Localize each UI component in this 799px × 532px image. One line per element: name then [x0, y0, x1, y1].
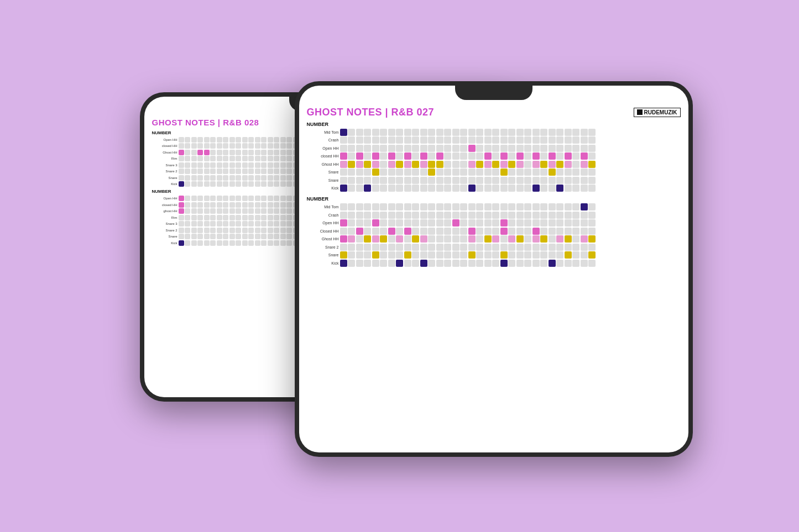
- cell: [420, 168, 427, 176]
- cell: [179, 181, 184, 187]
- cell: [556, 185, 563, 192]
- cell: [516, 260, 524, 267]
- cell: [229, 137, 235, 143]
- cell: [524, 177, 531, 184]
- cell: [280, 234, 286, 239]
- cell: [364, 212, 371, 219]
- cell: [404, 212, 411, 219]
- cell: [185, 202, 190, 208]
- cell: [372, 177, 379, 184]
- cell: [549, 129, 556, 136]
- cell: [524, 260, 531, 267]
- cell: [261, 137, 267, 143]
- cell: [404, 136, 411, 144]
- cell: [217, 228, 222, 233]
- cell: [468, 152, 476, 160]
- cell: [436, 235, 443, 243]
- cell: [532, 145, 540, 152]
- cell: [556, 228, 563, 235]
- cell: [356, 168, 363, 176]
- cell: [484, 177, 492, 184]
- row-label: Mid Tom: [307, 130, 339, 134]
- cell: [492, 235, 499, 243]
- cell: [372, 228, 379, 235]
- cell: [204, 156, 210, 161]
- cell: [581, 129, 588, 136]
- cell: [508, 228, 515, 235]
- cell: [191, 150, 197, 155]
- cell: [540, 161, 547, 168]
- cell: [191, 202, 197, 208]
- cell: [572, 177, 579, 184]
- cell: [372, 136, 379, 144]
- cell: [380, 177, 387, 184]
- cell: [217, 175, 222, 181]
- cell: [540, 152, 547, 160]
- cells: [340, 177, 596, 184]
- cell: [444, 145, 451, 152]
- cell: [274, 143, 279, 149]
- cell: [556, 260, 563, 267]
- cell: [280, 137, 286, 143]
- cell: [460, 212, 467, 219]
- cell: [364, 244, 371, 251]
- cell: [565, 244, 572, 251]
- cell: [444, 161, 451, 168]
- cell: [476, 129, 483, 136]
- cell: [524, 185, 531, 192]
- cell: [229, 221, 235, 227]
- cell: [185, 208, 190, 214]
- cell: [356, 260, 363, 267]
- cell: [549, 251, 556, 259]
- cell: [404, 235, 411, 243]
- cells: [340, 219, 596, 227]
- cell: [412, 129, 419, 136]
- cell: [556, 244, 563, 251]
- cell: [356, 161, 363, 168]
- cell: [204, 137, 210, 143]
- cell: [468, 212, 476, 219]
- cell: [261, 181, 267, 187]
- cell: [380, 161, 387, 168]
- cell: [444, 235, 451, 243]
- cell: [565, 161, 572, 168]
- cell: [223, 168, 228, 174]
- cell: [268, 202, 273, 208]
- cell: [581, 152, 588, 160]
- cell: [581, 244, 588, 251]
- cell: [420, 152, 427, 160]
- cell: [492, 161, 499, 168]
- cell: [532, 203, 540, 210]
- cell: [444, 251, 451, 259]
- cell: [185, 143, 190, 149]
- cell: [217, 202, 222, 208]
- cell: [388, 168, 395, 176]
- cell: [396, 145, 403, 152]
- cell: [508, 177, 515, 184]
- cell: [484, 136, 492, 144]
- cell: [372, 129, 379, 136]
- cell: [532, 244, 540, 251]
- cell: [420, 185, 427, 192]
- cell: [236, 150, 241, 155]
- cell: [229, 240, 235, 246]
- cell: [217, 181, 222, 187]
- cell: [210, 215, 216, 220]
- cell: [436, 185, 443, 192]
- cell: [508, 260, 515, 267]
- cell: [364, 251, 371, 259]
- cell: [210, 150, 216, 155]
- cell: [223, 181, 228, 187]
- cell: [348, 228, 355, 235]
- cell: [581, 177, 588, 184]
- cell: [223, 221, 228, 227]
- cell: [404, 168, 411, 176]
- row-label: Ghost HH: [152, 151, 177, 154]
- cell: [549, 136, 556, 144]
- cell: [565, 212, 572, 219]
- cell: [356, 228, 363, 235]
- cell: [229, 215, 235, 220]
- cell: [380, 136, 387, 144]
- cell: [565, 136, 572, 144]
- cell: [468, 185, 476, 192]
